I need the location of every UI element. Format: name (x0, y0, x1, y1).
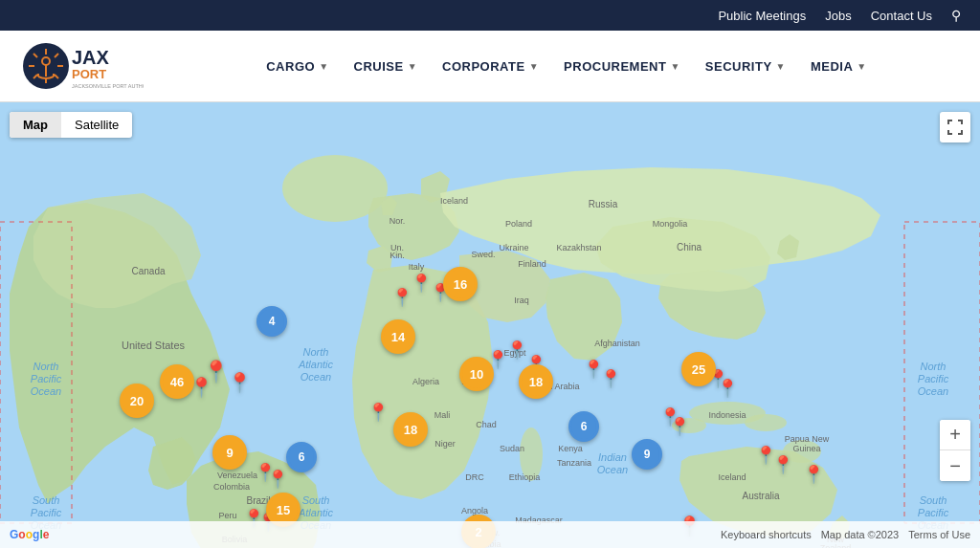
nav-media[interactable]: MEDIA ▼ (801, 52, 877, 81)
map-data-label: Map data ©2023 (821, 529, 900, 540)
chevron-down-icon: ▼ (776, 61, 786, 72)
svg-text:North: North (921, 361, 947, 372)
svg-text:Pacific: Pacific (31, 373, 62, 384)
svg-text:Pacific: Pacific (918, 373, 949, 384)
map-pin-16[interactable]: 📍 (772, 454, 793, 475)
nav-corporate[interactable]: CORPORATE ▼ (433, 52, 548, 81)
keyboard-shortcuts-link[interactable]: Keyboard shortcuts (721, 529, 812, 540)
nav-items: CARGO ▼ CRUISE ▼ CORPORATE ▼ PROCUREMENT… (172, 52, 961, 81)
zoom-controls: + − (940, 420, 970, 481)
svg-text:Ukraine: Ukraine (499, 243, 528, 252)
map-button[interactable]: Map (10, 112, 61, 138)
svg-text:Swed.: Swed. (471, 250, 495, 259)
svg-text:Pacific: Pacific (31, 507, 62, 518)
logo[interactable]: JAX PORT JACKSONVILLE PORT AUTHORITY (19, 40, 144, 93)
svg-text:Iceland: Iceland (440, 196, 468, 206)
map-pin-7[interactable]: 📍 (368, 402, 389, 423)
cluster-marker-orange-18a[interactable]: 18 (519, 364, 553, 399)
nav-cargo-label: CARGO (266, 59, 315, 74)
svg-text:JAX: JAX (72, 47, 110, 68)
svg-text:PORT: PORT (72, 67, 106, 81)
nav-cruise[interactable]: CRUISE ▼ (345, 52, 428, 81)
map-pin-6[interactable]: 📍 (391, 287, 412, 308)
top-bar: Public Meetings Jobs Contact Us ⚲ (0, 0, 980, 31)
contact-us-link[interactable]: Contact Us (871, 9, 932, 23)
svg-text:Venezuela: Venezuela (217, 471, 257, 480)
svg-text:Tanzania: Tanzania (557, 458, 591, 468)
svg-text:Afghanistan: Afghanistan (594, 339, 640, 348)
cluster-marker-orange-20[interactable]: 20 (120, 384, 154, 418)
map-pin-20[interactable]: 📍 (717, 378, 738, 399)
svg-text:Australia: Australia (743, 491, 780, 501)
cluster-marker-orange-16[interactable]: 16 (443, 267, 478, 301)
satellite-button[interactable]: Satellite (61, 112, 132, 138)
svg-text:Sudan: Sudan (500, 444, 524, 453)
svg-text:Kenya: Kenya (558, 444, 583, 453)
nav-cruise-label: CRUISE (354, 59, 404, 74)
map-pin-14[interactable]: 📍 (659, 406, 680, 427)
map-pin-2[interactable]: 📍 (228, 371, 252, 394)
cluster-marker-orange-14[interactable]: 14 (381, 319, 415, 354)
svg-text:South: South (920, 494, 947, 506)
cluster-marker-blue-6c[interactable]: 6 (568, 411, 599, 442)
svg-text:Chad: Chad (476, 420, 497, 429)
svg-text:Indian: Indian (598, 451, 627, 463)
svg-text:Ocean: Ocean (918, 385, 948, 397)
map-pin-17[interactable]: 📍 (803, 464, 824, 485)
cluster-marker-orange-46[interactable]: 46 (160, 364, 194, 399)
google-logo: Google (10, 528, 49, 541)
cluster-marker-orange-25[interactable]: 25 (681, 352, 716, 386)
nav-procurement[interactable]: PROCUREMENT ▼ (554, 52, 690, 81)
svg-text:Papua New: Papua New (785, 434, 830, 444)
zoom-out-button[interactable]: − (940, 450, 970, 481)
svg-text:North: North (33, 361, 59, 372)
terms-of-use-link[interactable]: Terms of Use (908, 529, 970, 540)
map-pin-11[interactable]: 📍 (506, 340, 527, 361)
svg-text:Iraq: Iraq (514, 296, 529, 305)
cluster-marker-blue-4a[interactable]: 4 (256, 306, 287, 337)
nav-security[interactable]: SECURITY ▼ (696, 52, 795, 81)
svg-text:Mongolia: Mongolia (653, 219, 688, 229)
cluster-marker-orange-9[interactable]: 9 (212, 435, 247, 470)
search-icon[interactable]: ⚲ (951, 8, 961, 23)
svg-text:Ocean: Ocean (301, 371, 331, 383)
jobs-link[interactable]: Jobs (825, 9, 851, 23)
svg-text:Ocean: Ocean (597, 464, 628, 475)
svg-text:United States: United States (122, 340, 186, 351)
svg-text:Kazakhstan: Kazakhstan (556, 243, 601, 252)
svg-text:Ocean: Ocean (31, 385, 61, 397)
nav-media-label: MEDIA (811, 59, 853, 74)
chevron-down-icon: ▼ (857, 61, 866, 72)
svg-text:Peru: Peru (218, 511, 236, 520)
zoom-in-button[interactable]: + (940, 420, 970, 450)
chevron-down-icon: ▼ (319, 61, 328, 72)
svg-text:Canada: Canada (131, 266, 165, 276)
public-meetings-link[interactable]: Public Meetings (718, 9, 806, 23)
chevron-down-icon: ▼ (529, 61, 539, 72)
map-pin-22[interactable]: 📍 (267, 469, 288, 490)
fullscreen-button[interactable] (940, 112, 970, 142)
cluster-marker-orange-18b[interactable]: 18 (393, 412, 428, 447)
svg-text:JACKSONVILLE PORT AUTHORITY: JACKSONVILLE PORT AUTHORITY (72, 83, 144, 89)
svg-text:DRC: DRC (465, 472, 484, 482)
svg-text:China: China (677, 242, 702, 252)
map-pin-4[interactable]: 📍 (411, 273, 432, 294)
svg-text:South: South (33, 494, 60, 506)
svg-text:Atlantic: Atlantic (298, 359, 334, 370)
cluster-marker-blue-9a[interactable]: 9 (632, 439, 662, 470)
svg-text:Pacific: Pacific (918, 507, 949, 518)
svg-text:Guinea: Guinea (792, 444, 820, 453)
map-pin-9[interactable]: 📍 (600, 368, 621, 389)
nav-corporate-label: CORPORATE (442, 59, 525, 74)
svg-text:Russia: Russia (589, 199, 618, 209)
cluster-marker-blue-6a[interactable]: 6 (286, 442, 317, 472)
chevron-down-icon: ▼ (670, 61, 679, 72)
nav-security-label: SECURITY (705, 59, 772, 74)
nav-cargo[interactable]: CARGO ▼ (256, 52, 338, 81)
map-container[interactable]: North Pacific Ocean North Atlantic Ocean… (0, 102, 980, 548)
chevron-down-icon: ▼ (408, 61, 417, 72)
svg-text:Italy: Italy (409, 262, 425, 272)
cluster-marker-orange-10[interactable]: 10 (459, 357, 494, 391)
map-type-control: Map Satellite (10, 112, 132, 138)
svg-text:Poland: Poland (505, 219, 532, 229)
